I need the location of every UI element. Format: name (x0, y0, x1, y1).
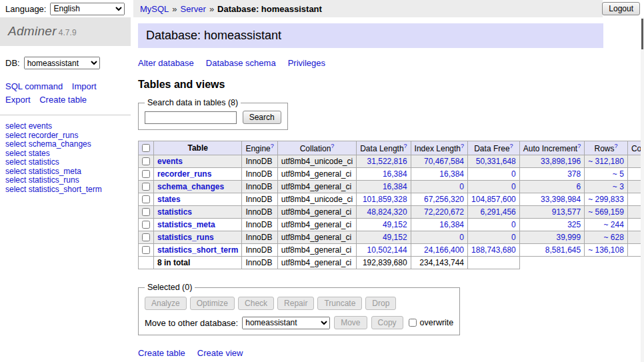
row-checkbox-statistics-runs[interactable] (142, 233, 150, 241)
cell-data-free[interactable]: 0 (468, 181, 520, 193)
scrollbar-thumb[interactable] (641, 19, 643, 49)
cell-data-length[interactable]: 49,152 (357, 231, 411, 244)
cell-rows[interactable]: ~ 312,180 (585, 155, 628, 168)
help-icon[interactable]: ? (461, 143, 464, 149)
cell-index-length[interactable]: 0 (411, 231, 467, 244)
cell-index-length[interactable]: 67,256,320 (411, 193, 467, 206)
cell-data-length[interactable]: 16,384 (357, 181, 411, 193)
sidebar-link-sql-command[interactable]: SQL command (5, 81, 63, 91)
help-icon[interactable]: ? (577, 143, 581, 149)
help-icon[interactable]: ? (271, 143, 274, 149)
table-link-recorder-runs[interactable]: recorder_runs (157, 169, 211, 179)
row-checkbox-statistics-meta[interactable] (142, 221, 150, 229)
cell-data-free[interactable]: 50,331,648 (468, 155, 520, 168)
sidebar-link-import[interactable]: Import (72, 81, 97, 91)
cell-data-free[interactable]: 0 (468, 219, 520, 231)
cell-auto-increment[interactable]: 33,398,984 (519, 193, 584, 206)
cell-auto-increment[interactable]: 378 (519, 168, 584, 181)
cell-auto-increment[interactable]: 6 (519, 181, 584, 193)
search-input[interactable] (145, 111, 237, 124)
logout-button[interactable]: Logout (602, 2, 640, 15)
scrollbar[interactable] (641, 17, 644, 362)
cell-data-length[interactable]: 101,859,328 (357, 193, 411, 206)
select-all-checkbox[interactable] (142, 144, 150, 152)
action-link-privileges[interactable]: Privileges (288, 58, 325, 68)
sidebar-link-create-table[interactable]: Create table (39, 95, 87, 105)
sidebar-link-export[interactable]: Export (5, 95, 31, 105)
cell-data-free[interactable]: 0 (468, 231, 520, 244)
cell-index-length[interactable]: 72,220,672 (411, 206, 467, 219)
breadcrumb-mysql[interactable]: MySQL (140, 4, 169, 14)
language-select[interactable]: English (50, 3, 125, 15)
table-link-statistics-meta[interactable]: statistics_meta (157, 220, 215, 229)
cell-auto-increment[interactable]: 39,999 (519, 231, 584, 244)
cell-rows[interactable]: ~ 299,833 (585, 193, 628, 206)
row-checkbox-statistics-short-term[interactable] (142, 246, 150, 254)
cell-rows[interactable]: ~ 136,108 (585, 244, 628, 257)
row-checkbox-schema-changes[interactable] (142, 183, 150, 191)
help-icon[interactable]: ? (510, 143, 513, 149)
cell-index-length[interactable]: 24,166,400 (411, 244, 467, 257)
sidebar-select-events[interactable]: select events (5, 122, 125, 131)
cell-data-free[interactable]: 6,291,456 (468, 206, 520, 219)
cell-data-length[interactable]: 10,502,144 (357, 244, 411, 257)
optimize-button[interactable]: Optimize (190, 297, 235, 310)
check-button[interactable]: Check (238, 297, 274, 310)
table-link-statistics[interactable]: statistics (157, 207, 192, 217)
table-link-statistics-runs[interactable]: statistics_runs (157, 233, 214, 242)
create-link-create-table[interactable]: Create table (138, 348, 185, 358)
help-icon[interactable]: ? (615, 143, 618, 149)
sidebar-select-statistics-meta[interactable]: select statistics_meta (5, 167, 125, 177)
table-link-events[interactable]: events (157, 157, 183, 166)
analyze-button[interactable]: Analyze (145, 297, 187, 310)
create-link-create-view[interactable]: Create view (197, 348, 243, 358)
table-link-schema-changes[interactable]: schema_changes (157, 182, 224, 191)
sidebar-select-states[interactable]: select states (5, 149, 125, 159)
cell-rows[interactable]: ~ 569,159 (585, 206, 628, 219)
row-checkbox-events[interactable] (142, 157, 150, 165)
cell-index-length[interactable]: 70,467,584 (411, 155, 467, 168)
sidebar-select-schema-changes[interactable]: select schema_changes (5, 140, 125, 149)
cell-rows[interactable]: ~ 5 (585, 168, 628, 181)
db-select[interactable]: homeassistant (24, 57, 100, 69)
truncate-button[interactable]: Truncate (317, 297, 362, 310)
search-button[interactable]: Search (243, 111, 281, 124)
cell-data-length[interactable]: 48,824,320 (357, 206, 411, 219)
action-link-alter-database[interactable]: Alter database (138, 58, 194, 68)
help-icon[interactable]: ? (404, 143, 407, 149)
cell-auto-increment[interactable]: 8,581,645 (519, 244, 584, 257)
move-button[interactable]: Move (334, 316, 367, 329)
sidebar-select-statistics[interactable]: select statistics (5, 158, 125, 167)
cell-index-length[interactable]: 16,384 (411, 219, 467, 231)
cell-index-length[interactable]: 16,384 (411, 168, 467, 181)
cell-auto-increment[interactable]: 325 (519, 219, 584, 231)
cell-data-free[interactable]: 104,857,600 (468, 193, 520, 206)
move-db-select[interactable]: homeassistant (242, 317, 330, 329)
cell-data-length[interactable]: 31,522,816 (357, 155, 411, 168)
cell-data-length[interactable]: 16,384 (357, 168, 411, 181)
cell-rows[interactable]: ~ 3 (585, 181, 628, 193)
row-checkbox-recorder-runs[interactable] (142, 170, 150, 178)
copy-button[interactable]: Copy (371, 316, 403, 329)
sidebar-select-statistics-short-term[interactable]: select statistics_short_term (5, 185, 125, 195)
cell-auto-increment[interactable]: 913,577 (519, 206, 584, 219)
drop-button[interactable]: Drop (365, 297, 396, 310)
table-link-states[interactable]: states (157, 195, 181, 204)
cell-auto-increment[interactable]: 33,898,196 (519, 155, 584, 168)
cell-data-length[interactable]: 49,152 (357, 219, 411, 231)
help-icon[interactable]: ? (331, 143, 334, 149)
action-link-database-schema[interactable]: Database schema (206, 58, 276, 68)
cell-rows[interactable]: ~ 628 (585, 231, 628, 244)
breadcrumb-server[interactable]: Server (181, 4, 206, 14)
cell-data-free[interactable]: 0 (468, 168, 520, 181)
row-checkbox-statistics[interactable] (142, 208, 150, 216)
cell-data-free[interactable]: 188,743,680 (468, 244, 520, 257)
table-link-statistics-short-term[interactable]: statistics_short_term (157, 245, 238, 255)
sidebar-select-statistics-runs[interactable]: select statistics_runs (5, 176, 125, 185)
repair-button[interactable]: Repair (277, 297, 314, 310)
overwrite-checkbox[interactable] (409, 319, 417, 327)
cell-rows[interactable]: ~ 244 (585, 219, 628, 231)
cell-index-length[interactable]: 0 (411, 181, 467, 193)
sidebar-select-recorder-runs[interactable]: select recorder_runs (5, 131, 125, 141)
row-checkbox-states[interactable] (142, 195, 150, 203)
